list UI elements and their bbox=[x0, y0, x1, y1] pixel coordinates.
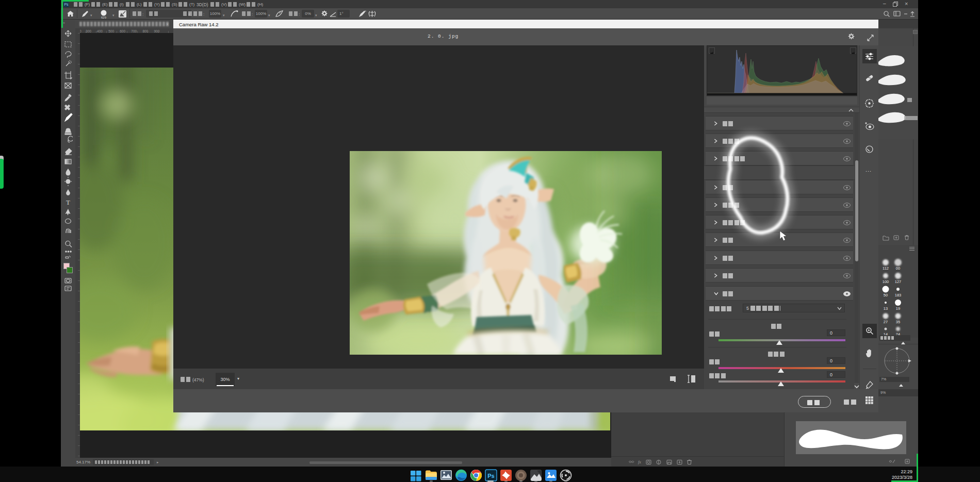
svg-text:100: 100 bbox=[883, 279, 889, 284]
svg-text:fx: fx bbox=[638, 460, 641, 464]
svg-text:35: 35 bbox=[896, 320, 900, 324]
svg-text:127: 127 bbox=[895, 279, 902, 284]
svg-text:112: 112 bbox=[883, 266, 889, 271]
svg-text:13: 13 bbox=[884, 306, 888, 311]
svg-text:T: T bbox=[66, 198, 70, 206]
svg-text:629: 629 bbox=[101, 16, 107, 19]
svg-text:27: 27 bbox=[884, 320, 888, 324]
svg-text:00: 00 bbox=[896, 266, 900, 271]
svg-text:19: 19 bbox=[896, 306, 900, 311]
svg-text:Ps: Ps bbox=[487, 473, 494, 479]
svg-text:50: 50 bbox=[884, 293, 888, 297]
svg-text:183: 183 bbox=[895, 293, 902, 297]
